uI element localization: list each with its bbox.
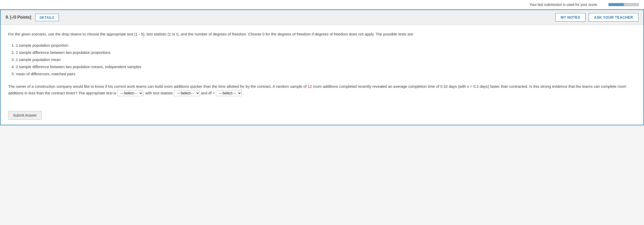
question-header-right: MY NOTES ASK YOUR TEACHER <box>555 13 638 22</box>
scenario-part5: . <box>242 91 244 95</box>
question-header-left: 9. [-/3 Points] DETAILS <box>6 14 59 21</box>
scenario-number: 12 <box>308 84 312 89</box>
list-item: 2 sample difference between two populati… <box>16 64 636 70</box>
scrollbar-area[interactable] <box>608 3 639 6</box>
my-notes-button[interactable]: MY NOTES <box>555 13 586 22</box>
list-item: mean of differences, matched pairs <box>16 71 636 77</box>
select-statistic[interactable]: ---Select--- z t <box>174 90 200 96</box>
test-list: 1 sample population proportion 2 sample … <box>16 42 636 77</box>
select-df[interactable]: ---Select--- 0 11 12 23 <box>216 90 242 96</box>
submission-note: Your last submission is used for your sc… <box>530 3 598 7</box>
intro-text: For the given scenario, use the drop dow… <box>8 31 636 37</box>
question-header: 9. [-/3 Points] DETAILS MY NOTES ASK YOU… <box>1 10 643 25</box>
question-body: For the given scenario, use the drop dow… <box>1 25 643 108</box>
scenario-part1: The owner of a construction company woul… <box>8 84 308 89</box>
list-item: 1 sample population mean <box>16 57 636 63</box>
list-item: 1 sample population proportion <box>16 42 636 48</box>
details-button[interactable]: DETAILS <box>35 14 59 21</box>
upper-right: Your last submission is used for your sc… <box>385 3 639 7</box>
scrollbar-track[interactable] <box>608 3 639 6</box>
list-item: 2 sample difference between two populati… <box>16 49 636 56</box>
scenario-text: The owner of a construction company woul… <box>8 83 636 96</box>
submit-button[interactable]: Submit Answer <box>8 111 42 120</box>
scenario-part4: and df = <box>200 91 216 95</box>
page-wrapper: Your last submission is used for your sc… <box>0 0 644 225</box>
question-number: 9. [-/3 Points] <box>6 15 31 20</box>
scrollbar-thumb <box>609 3 624 6</box>
scenario-part3: ; with test statistic <box>143 91 174 95</box>
select-test[interactable]: ---Select--- 1 2 3 4 5 <box>117 90 143 96</box>
submit-area: Submit Answer <box>1 108 643 125</box>
upper-area: Your last submission is used for your sc… <box>0 0 644 9</box>
question-container: 9. [-/3 Points] DETAILS MY NOTES ASK YOU… <box>0 9 644 125</box>
ask-teacher-button[interactable]: ASK YOUR TEACHER <box>589 13 638 22</box>
